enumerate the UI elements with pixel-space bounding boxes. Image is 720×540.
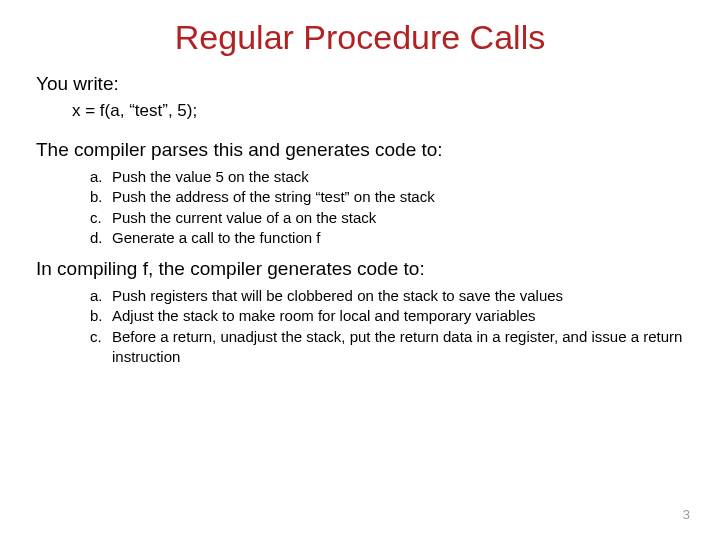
list-item: a.Push registers that will be clobbered … — [90, 286, 684, 306]
list-marker: b. — [90, 187, 112, 207]
section-you-write: You write: — [36, 73, 684, 95]
list-marker: c. — [90, 327, 112, 347]
list-text: Push the address of the string “test” on… — [112, 188, 435, 205]
list-text: Before a return, unadjust the stack, put… — [112, 328, 682, 365]
list-marker: b. — [90, 306, 112, 326]
list-marker: a. — [90, 286, 112, 306]
section-compiler-parses: The compiler parses this and generates c… — [36, 139, 684, 161]
list-item: c.Push the current value of a on the sta… — [90, 208, 684, 228]
list-item: a.Push the value 5 on the stack — [90, 167, 684, 187]
list-text: Generate a call to the function f — [112, 229, 320, 246]
list-text: Push the value 5 on the stack — [112, 168, 309, 185]
page-number: 3 — [683, 507, 690, 522]
list-compiler-steps: a.Push the value 5 on the stack b.Push t… — [90, 167, 684, 248]
section-compiling-f: In compiling f, the compiler generates c… — [36, 258, 684, 280]
list-compiling-f-steps: a.Push registers that will be clobbered … — [90, 286, 684, 367]
slide-title: Regular Procedure Calls — [36, 18, 684, 57]
list-text: Adjust the stack to make room for local … — [112, 307, 536, 324]
list-item: d.Generate a call to the function f — [90, 228, 684, 248]
list-item: c.Before a return, unadjust the stack, p… — [90, 327, 684, 368]
list-item: b.Push the address of the string “test” … — [90, 187, 684, 207]
list-marker: a. — [90, 167, 112, 187]
list-marker: c. — [90, 208, 112, 228]
list-item: b.Adjust the stack to make room for loca… — [90, 306, 684, 326]
list-text: Push the current value of a on the stack — [112, 209, 376, 226]
list-text: Push registers that will be clobbered on… — [112, 287, 563, 304]
list-marker: d. — [90, 228, 112, 248]
code-example: x = f(a, “test”, 5); — [72, 101, 684, 121]
